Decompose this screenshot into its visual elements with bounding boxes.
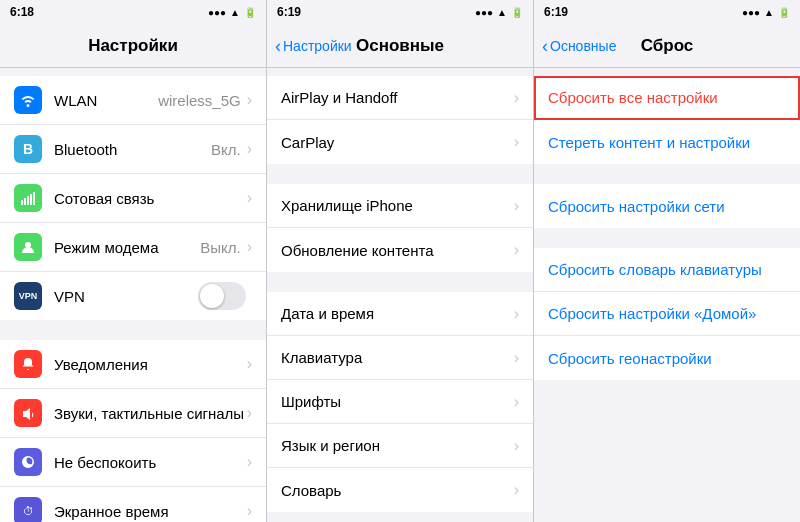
row-notifications[interactable]: Уведомления ›: [0, 340, 266, 389]
wifi-icon-2: ▲: [497, 7, 507, 18]
signal-icon: ●●●: [208, 7, 226, 18]
section-airplay: AirPlay и Handoff › CarPlay ›: [267, 76, 533, 164]
svg-rect-0: [21, 200, 23, 205]
battery-icon-3: 🔋: [778, 7, 790, 18]
reset-keyboard-label: Сбросить словарь клавиатуры: [548, 261, 786, 278]
status-bar-3: 6:19 ●●● ▲ 🔋: [534, 0, 800, 24]
iphone-storage-label: Хранилище iPhone: [281, 197, 514, 214]
cellular-label: Сотовая связь: [54, 190, 247, 207]
svg-rect-1: [24, 198, 26, 205]
row-erase[interactable]: Стереть контент и настройки: [534, 120, 800, 164]
row-wlan[interactable]: WLAN wireless_5G ›: [0, 76, 266, 125]
row-carplay[interactable]: CarPlay ›: [267, 120, 533, 164]
dnd-icon: [14, 448, 42, 476]
nav-back-3[interactable]: ‹ Основные: [542, 37, 616, 55]
back-label-2: Настройки: [283, 38, 352, 54]
datetime-label: Дата и время: [281, 305, 514, 322]
back-label-3: Основные: [550, 38, 616, 54]
status-icons-1: ●●● ▲ 🔋: [208, 7, 256, 18]
section-datetime: Дата и время › Клавиатура › Шрифты › Язы…: [267, 292, 533, 512]
dnd-label: Не беспокоить: [54, 454, 247, 471]
bluetooth-icon: B: [14, 135, 42, 163]
cellular-chevron: ›: [247, 189, 252, 207]
time-2: 6:19: [277, 5, 301, 19]
row-datetime[interactable]: Дата и время ›: [267, 292, 533, 336]
status-bar-2: 6:19 ●●● ▲ 🔋: [267, 0, 533, 24]
notifications-chevron: ›: [247, 355, 252, 373]
row-bg-refresh[interactable]: Обновление контента ›: [267, 228, 533, 272]
screen-time-label: Экранное время: [54, 503, 247, 520]
general-content[interactable]: AirPlay и Handoff › CarPlay › Хранилище …: [267, 68, 533, 522]
vpn-icon: VPN: [14, 282, 42, 310]
bluetooth-label: Bluetooth: [54, 141, 211, 158]
language-label: Язык и регион: [281, 437, 514, 454]
row-reset-home[interactable]: Сбросить настройки «Домой»: [534, 292, 800, 336]
row-reset-all[interactable]: Сбросить все настройки: [534, 76, 800, 120]
vpn-label: VPN: [54, 288, 198, 305]
reset-network-label: Сбросить настройки сети: [548, 198, 786, 215]
battery-icon: 🔋: [244, 7, 256, 18]
keyboard-chevron: ›: [514, 349, 519, 367]
row-dictionary[interactable]: Словарь ›: [267, 468, 533, 512]
screen-time-chevron: ›: [247, 502, 252, 520]
airplay-label: AirPlay и Handoff: [281, 89, 514, 106]
modem-icon: [14, 233, 42, 261]
sounds-icon: [14, 399, 42, 427]
row-language[interactable]: Язык и регион ›: [267, 424, 533, 468]
reset-geo-label: Сбросить геонастройки: [548, 350, 786, 367]
row-reset-keyboard[interactable]: Сбросить словарь клавиатуры: [534, 248, 800, 292]
vpn-toggle[interactable]: [198, 282, 246, 310]
dnd-chevron: ›: [247, 453, 252, 471]
iphone-storage-chevron: ›: [514, 197, 519, 215]
erase-label: Стереть контент и настройки: [548, 134, 786, 151]
reset-content[interactable]: Сбросить все настройки Стереть контент и…: [534, 68, 800, 522]
panel-reset: 6:19 ●●● ▲ 🔋 ‹ Основные Сброс Сбросить в…: [534, 0, 800, 522]
back-arrow-2: ‹: [275, 37, 281, 55]
bg-refresh-label: Обновление контента: [281, 242, 514, 259]
wlan-icon: [14, 86, 42, 114]
screen-time-icon: ⏱: [14, 497, 42, 522]
row-bluetooth[interactable]: B Bluetooth Вкл. ›: [0, 125, 266, 174]
row-vpn[interactable]: VPN VPN: [0, 272, 266, 320]
wifi-icon-3: ▲: [764, 7, 774, 18]
nav-back-2[interactable]: ‹ Настройки: [275, 37, 352, 55]
bg-refresh-chevron: ›: [514, 241, 519, 259]
svg-rect-4: [33, 192, 35, 205]
notifications-label: Уведомления: [54, 356, 247, 373]
status-icons-3: ●●● ▲ 🔋: [742, 7, 790, 18]
nav-title-1: Настройки: [88, 36, 178, 56]
nav-bar-3: ‹ Основные Сброс: [534, 24, 800, 68]
row-iphone-storage[interactable]: Хранилище iPhone ›: [267, 184, 533, 228]
reset-all-label: Сбросить все настройки: [548, 89, 786, 106]
section-connectivity: WLAN wireless_5G › B Bluetooth Вкл. › Со…: [0, 76, 266, 320]
row-dnd[interactable]: Не беспокоить ›: [0, 438, 266, 487]
time-1: 6:18: [10, 5, 34, 19]
wifi-icon: ▲: [230, 7, 240, 18]
panel-settings: 6:18 ●●● ▲ 🔋 Настройки WLAN wireless_5G …: [0, 0, 267, 522]
row-modem[interactable]: Режим модема Выкл. ›: [0, 223, 266, 272]
row-airplay[interactable]: AirPlay и Handoff ›: [267, 76, 533, 120]
wlan-chevron: ›: [247, 91, 252, 109]
dictionary-chevron: ›: [514, 481, 519, 499]
spacer-g3: [267, 512, 533, 522]
section-notifications: Уведомления › Звуки, тактильные сигналы …: [0, 340, 266, 522]
row-cellular[interactable]: Сотовая связь ›: [0, 174, 266, 223]
modem-chevron: ›: [247, 238, 252, 256]
section-reset-all: Сбросить все настройки Стереть контент и…: [534, 76, 800, 164]
row-reset-network[interactable]: Сбросить настройки сети: [534, 184, 800, 228]
keyboard-label: Клавиатура: [281, 349, 514, 366]
row-sounds[interactable]: Звуки, тактильные сигналы ›: [0, 389, 266, 438]
row-screen-time[interactable]: ⏱ Экранное время ›: [0, 487, 266, 522]
spacer-g2: [267, 272, 533, 282]
fonts-chevron: ›: [514, 393, 519, 411]
modem-value: Выкл.: [200, 239, 240, 256]
panel-general: 6:19 ●●● ▲ 🔋 ‹ Настройки Основные AirPla…: [267, 0, 534, 522]
sounds-chevron: ›: [247, 404, 252, 422]
row-keyboard[interactable]: Клавиатура ›: [267, 336, 533, 380]
carplay-label: CarPlay: [281, 134, 514, 151]
sounds-label: Звуки, тактильные сигналы: [54, 405, 247, 422]
row-reset-geo[interactable]: Сбросить геонастройки: [534, 336, 800, 380]
row-fonts[interactable]: Шрифты ›: [267, 380, 533, 424]
settings-content[interactable]: WLAN wireless_5G › B Bluetooth Вкл. › Со…: [0, 68, 266, 522]
carplay-chevron: ›: [514, 133, 519, 151]
